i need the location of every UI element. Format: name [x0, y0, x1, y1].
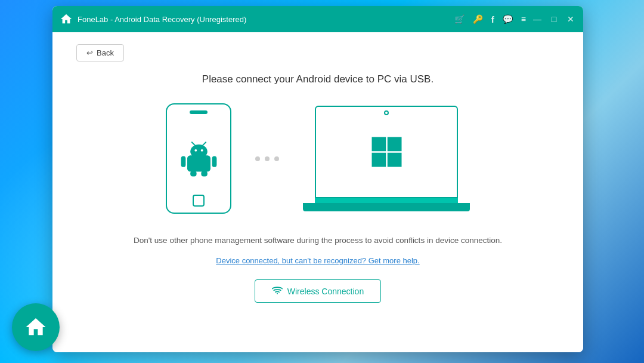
wireless-connection-button[interactable]: Wireless Connection: [255, 279, 381, 303]
connection-dots: [255, 156, 279, 161]
svg-rect-6: [181, 156, 185, 167]
svg-line-5: [203, 142, 206, 145]
facebook-icon[interactable]: f: [491, 14, 494, 24]
wifi-icon: [272, 286, 283, 296]
content-area: ↩ Back Please connect your Android devic…: [52, 32, 583, 352]
laptop-stand: [315, 198, 458, 203]
phone-illustration: [166, 103, 231, 214]
main-window: FoneLab - Android Data Recovery (Unregis…: [52, 6, 583, 352]
svg-rect-12: [371, 153, 386, 167]
device-illustration: [166, 103, 470, 214]
app-logo-icon: [60, 13, 73, 26]
menu-icon[interactable]: ≡: [521, 14, 526, 24]
dot-3: [274, 156, 279, 161]
svg-point-14: [277, 293, 278, 294]
dot-1: [255, 156, 260, 161]
instruction-text: Please connect your Android device to PC…: [202, 73, 434, 85]
wireless-connection-label: Wireless Connection: [287, 287, 364, 296]
svg-line-4: [191, 142, 194, 145]
window-title: FoneLab - Android Data Recovery (Unregis…: [78, 15, 246, 24]
warning-text: Don't use other phone management softwar…: [134, 235, 502, 247]
title-bar-icons: 🛒 🔑 f 💬 ≡: [454, 14, 526, 24]
svg-rect-10: [371, 137, 386, 152]
dot-2: [265, 156, 270, 161]
maximize-button[interactable]: □: [549, 14, 559, 24]
laptop-screen: [315, 106, 458, 198]
laptop-camera: [384, 110, 389, 115]
phone-home-button: [193, 195, 205, 207]
laptop-illustration: [303, 106, 470, 211]
svg-point-3: [200, 149, 203, 152]
svg-rect-9: [201, 171, 207, 176]
svg-point-1: [190, 144, 208, 158]
help-link[interactable]: Device connected, but can't be recognize…: [216, 256, 419, 265]
phone-speaker: [190, 110, 208, 114]
title-bar: FoneLab - Android Data Recovery (Unregis…: [52, 6, 583, 32]
android-robot-icon: [179, 139, 218, 178]
home-icon: [24, 315, 48, 339]
svg-rect-11: [387, 137, 401, 152]
windows-logo-icon: [370, 136, 403, 168]
cart-icon[interactable]: 🛒: [454, 14, 465, 24]
laptop-base: [303, 203, 470, 211]
back-label: Back: [97, 48, 114, 57]
svg-point-2: [194, 149, 197, 152]
chat-icon[interactable]: 💬: [503, 14, 513, 24]
svg-rect-7: [212, 156, 216, 167]
home-button[interactable]: [12, 303, 60, 351]
window-controls: — □ ✕: [532, 14, 576, 24]
title-bar-left: FoneLab - Android Data Recovery (Unregis…: [60, 13, 454, 26]
back-button[interactable]: ↩ Back: [76, 44, 124, 61]
svg-rect-13: [387, 153, 401, 167]
key-icon[interactable]: 🔑: [473, 14, 483, 24]
svg-rect-8: [190, 171, 196, 176]
minimize-button[interactable]: —: [532, 14, 543, 24]
back-arrow-icon: ↩: [86, 48, 93, 57]
close-button[interactable]: ✕: [565, 14, 576, 24]
